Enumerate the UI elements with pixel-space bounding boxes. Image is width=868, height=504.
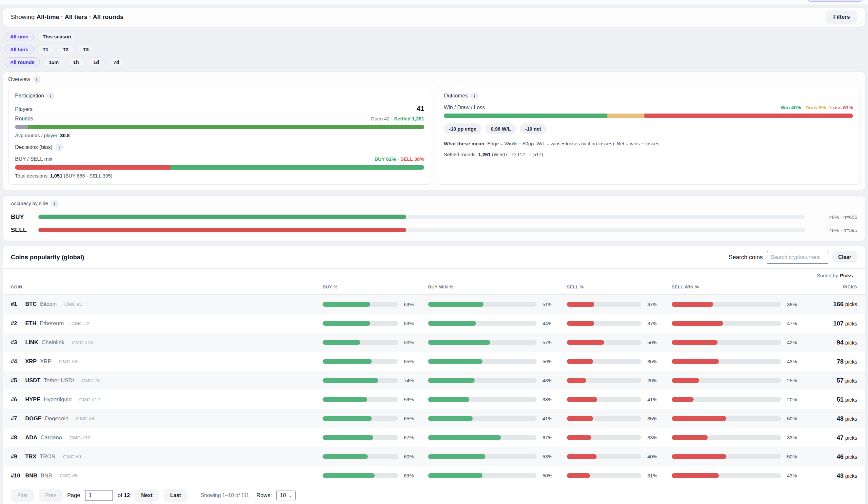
sell-pct-value: 35%	[648, 416, 666, 421]
sell-pct-value: 50%	[648, 340, 666, 345]
table-row[interactable]: #7 DOGE Dogecoin · CMC #8 65% 41% 35% 50…	[3, 409, 865, 428]
coin-cmc-rank: · CMC #5	[57, 473, 78, 478]
sort-column-button[interactable]: Picks	[840, 273, 852, 278]
coin-name: Dogecoin	[45, 415, 69, 422]
wdl-bar-loss-segment	[644, 113, 853, 118]
avg-rounds-label: Avg rounds / player:	[15, 133, 59, 138]
filters-button[interactable]: Filters	[826, 10, 857, 24]
buy-win-pct-fill	[428, 435, 501, 440]
buy-pct-value: 60%	[404, 454, 422, 460]
coin-ticker: BTC	[25, 301, 37, 308]
coin-ticker: TRX	[25, 453, 37, 460]
sell-pct-value: 37%	[648, 302, 666, 307]
decisions-title-row: Decisions (bias)i	[15, 144, 424, 151]
picks-cell: 107picks	[811, 320, 857, 327]
page-number-input[interactable]	[85, 490, 113, 501]
accuracy-row-buy: BUY 48% · n=656	[11, 213, 857, 221]
filter-chip-15m[interactable]: 15m	[43, 58, 64, 67]
table-row[interactable]: #1 BTC Bitcoin · CMC #1 63% 51% 37% 38% …	[3, 295, 865, 314]
outcomes-info-icon[interactable]: i	[471, 92, 478, 99]
clear-search-button[interactable]: Clear	[832, 251, 857, 263]
participation-info-icon[interactable]: i	[47, 92, 54, 99]
table-row[interactable]: #9 TRX TRON · CMC #9 60% 53% 40% 50% 46p…	[3, 447, 865, 466]
filter-chip-t1[interactable]: T1	[37, 44, 54, 54]
buy-win-pct-fill	[428, 416, 473, 421]
buy-win-pct-bar	[428, 397, 537, 402]
buy-win-pct-bar	[428, 321, 537, 326]
settled-rounds-label: Settled rounds:	[444, 152, 477, 157]
sort-direction-arrow-icon[interactable]: ↓	[855, 273, 858, 278]
buy-pct-bar	[322, 416, 398, 421]
picks-count: 46	[837, 453, 844, 460]
decisions-info-icon[interactable]: i	[56, 144, 63, 151]
sell-pct-bar	[567, 302, 641, 307]
filter-chip-7d[interactable]: 7d	[108, 58, 125, 67]
filter-chip-t3[interactable]: T3	[78, 44, 94, 54]
picks-count: 48	[837, 415, 844, 422]
table-row[interactable]: #5 USDT Tether USDt · CMC #3 74% 43% 26%…	[3, 371, 865, 390]
filter-chip-all-tiers[interactable]: All tiers	[4, 44, 34, 54]
coin-name: Ethereum	[40, 320, 64, 327]
filter-chip-all-rounds[interactable]: All rounds	[4, 58, 40, 67]
table-row[interactable]: #8 ADA Cardano · CMC #10 67% 67% 33% 33%…	[3, 428, 865, 447]
buy-pct-bar	[322, 359, 398, 364]
prev-page-button[interactable]: Prev	[39, 489, 63, 502]
sell-pct-value: 37%	[648, 321, 666, 326]
sell-pct-fill	[567, 321, 594, 326]
sell-win-pct-bar	[672, 302, 781, 307]
picks-count: 94	[837, 339, 844, 346]
overview-title: Overview	[8, 77, 30, 82]
buy-win-pct-bar	[428, 359, 537, 364]
sell-accuracy-fill	[38, 228, 406, 232]
buy-pct-bar	[322, 397, 398, 402]
coin-cmc-rank: · CMC #8	[73, 416, 94, 421]
first-page-button[interactable]: First	[11, 489, 34, 502]
accuracy-side-label: SELL	[11, 226, 32, 234]
dot-sep: ·	[397, 156, 399, 162]
settled-rounds-detail: (W 507 · D 112 · L 517)	[492, 152, 543, 157]
table-row[interactable]: #2 ETH Ethereum · CMC #2 63% 44% 37% 47%…	[3, 314, 865, 333]
search-input[interactable]	[767, 251, 828, 264]
filter-chip-1h[interactable]: 1h	[68, 58, 85, 67]
table-row[interactable]: #6 HYPE Hyperliquid · CMC #12 59% 38% 41…	[3, 390, 865, 409]
total-decisions-detail: (BUY 656 · SELL 395)	[64, 173, 112, 179]
rounds-bar	[15, 125, 424, 129]
sell-pct-value: 41%	[648, 397, 666, 402]
buy-win-pct-value: 38%	[542, 397, 561, 402]
participation-title: Participation	[15, 93, 44, 99]
buy-pct-bar	[322, 321, 398, 326]
of-label: of	[118, 492, 122, 498]
buy-pct-bar	[322, 435, 398, 440]
coin-cmc-rank: · CMC #2	[69, 321, 90, 326]
coins-popularity-card: Coins popularity (global) Search coins C…	[3, 246, 865, 504]
table-row[interactable]: #10 BNB BNB · CMC #5 69% 50% 31% 43% 43p…	[3, 466, 865, 485]
buy-pct-bar	[322, 302, 398, 307]
avg-rounds-line: Avg rounds / player: 30.8	[15, 133, 424, 138]
rows-per-page-select[interactable]: 10 ⌄	[276, 491, 296, 501]
filter-chip-t2[interactable]: T2	[58, 44, 74, 54]
buy-pct-bar	[322, 378, 398, 383]
avg-rounds-value: 30.8	[60, 133, 70, 138]
filter-chip-1d[interactable]: 1d	[88, 58, 105, 67]
page-of-total: of 12	[118, 492, 130, 499]
coins-header: Coins popularity (global) Search coins C…	[3, 246, 865, 269]
sell-win-pct-value: 38%	[787, 302, 805, 307]
filter-chip-this-season[interactable]: This season	[37, 32, 77, 41]
table-row[interactable]: #4 XRP XRP · CMC #3 65% 50% 35% 43% 78pi…	[3, 352, 865, 371]
sell-pct-bar	[567, 340, 641, 345]
sell-pct-value: 31%	[648, 473, 666, 478]
table-row[interactable]: #3 LINK Chainlink · CMC #13 50% 57% 50% …	[3, 333, 865, 352]
overview-info-icon[interactable]: i	[33, 76, 40, 83]
accuracy-info-icon[interactable]: i	[51, 201, 58, 208]
sell-win-pct-fill	[672, 321, 723, 326]
coin-cell: #3 LINK Chainlink · CMC #13	[11, 339, 317, 346]
accuracy-side-label: BUY	[11, 213, 32, 221]
next-page-button[interactable]: Next	[135, 489, 159, 502]
filter-chip-all-time[interactable]: All-time	[4, 32, 34, 41]
picks-cell: 94picks	[811, 339, 857, 346]
buy-win-pct-bar	[428, 473, 537, 478]
last-page-button[interactable]: Last	[164, 489, 187, 502]
sell-win-pct-bar	[672, 454, 781, 459]
sell-accuracy-bar	[38, 228, 805, 232]
coin-cmc-rank: · CMC #1	[61, 301, 82, 307]
